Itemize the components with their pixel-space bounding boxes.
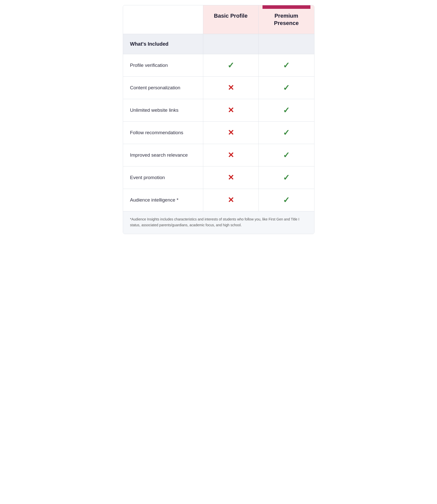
feature-basic-cell: ✕ (203, 144, 259, 166)
header-basic-cell: Basic Profile (203, 5, 259, 34)
check-icon: ✓ (227, 61, 234, 69)
table-row: Unlimited website links✕✓ (123, 99, 314, 122)
cross-icon: ✕ (228, 129, 234, 136)
header-empty-cell (123, 5, 203, 34)
cross-icon: ✕ (228, 174, 234, 181)
feature-label: Content personalization (123, 77, 203, 99)
feature-premium-cell: ✓ (259, 144, 314, 166)
check-icon: ✓ (283, 196, 290, 204)
table-header: Basic Profile Premium Presence (123, 5, 314, 34)
premium-presence-title: Premium Presence (274, 13, 299, 26)
cross-icon: ✕ (228, 84, 234, 92)
feature-premium-cell: ✓ (259, 99, 314, 121)
table-row: Audience intelligence *✕✓ (123, 189, 314, 211)
feature-basic-cell: ✓ (203, 54, 259, 76)
section-basic-spacer (203, 34, 259, 54)
feature-basic-cell: ✕ (203, 122, 259, 144)
check-icon: ✓ (283, 129, 290, 137)
check-icon: ✓ (283, 151, 290, 159)
header-premium-cell: Premium Presence (259, 5, 314, 34)
cross-icon: ✕ (228, 151, 234, 159)
feature-premium-cell: ✓ (259, 77, 314, 99)
table-row: Improved search relevance✕✓ (123, 144, 314, 166)
feature-rows-container: Profile verification✓✓Content personaliz… (123, 54, 314, 211)
feature-premium-cell: ✓ (259, 54, 314, 76)
table-row: Follow recommendations✕✓ (123, 122, 314, 144)
table-footer: *Audience Insights includes characterist… (123, 211, 314, 234)
whats-included-label: What's Included (123, 34, 203, 54)
section-premium-spacer (259, 34, 314, 54)
feature-basic-cell: ✕ (203, 99, 259, 121)
cross-icon: ✕ (228, 196, 234, 204)
check-icon: ✓ (283, 61, 290, 69)
table-row: Content personalization✕✓ (123, 77, 314, 99)
check-icon: ✓ (283, 84, 290, 92)
feature-premium-cell: ✓ (259, 189, 314, 211)
check-icon: ✓ (283, 174, 290, 182)
footer-text: *Audience Insights includes characterist… (130, 216, 307, 228)
basic-profile-title: Basic Profile (214, 13, 247, 19)
feature-premium-cell: ✓ (259, 166, 314, 189)
feature-label: Event promotion (123, 166, 203, 189)
feature-label: Improved search relevance (123, 144, 203, 166)
feature-premium-cell: ✓ (259, 122, 314, 144)
table-row: Profile verification✓✓ (123, 54, 314, 77)
cross-icon: ✕ (228, 106, 234, 114)
feature-label: Unlimited website links (123, 99, 203, 121)
premium-accent-bar (263, 5, 310, 9)
section-header-row: What's Included (123, 34, 314, 54)
feature-label: Profile verification (123, 54, 203, 76)
feature-basic-cell: ✕ (203, 189, 259, 211)
feature-basic-cell: ✕ (203, 77, 259, 99)
feature-label: Audience intelligence * (123, 189, 203, 211)
feature-basic-cell: ✕ (203, 166, 259, 189)
check-icon: ✓ (283, 106, 290, 114)
comparison-table: Basic Profile Premium Presence What's In… (123, 5, 314, 234)
feature-label: Follow recommendations (123, 122, 203, 144)
table-row: Event promotion✕✓ (123, 166, 314, 189)
